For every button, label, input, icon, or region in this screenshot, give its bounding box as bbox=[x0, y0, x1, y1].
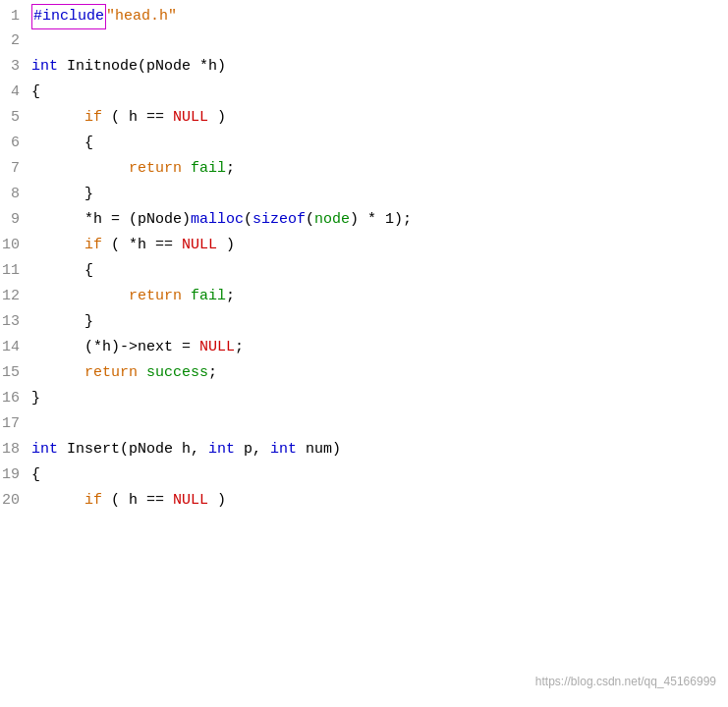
line-content-6: { bbox=[28, 132, 728, 155]
code-line-16: 16 } bbox=[0, 387, 728, 412]
line-num-13: 13 bbox=[0, 310, 28, 334]
kw-if-2: if bbox=[84, 237, 102, 253]
kw-null-4: NULL bbox=[173, 492, 208, 509]
line-content-15: return success; bbox=[28, 361, 728, 385]
code-line-8: 8 } bbox=[0, 183, 728, 208]
code-line-18: 18 int Insert(pNode h, int p, int num) bbox=[0, 438, 728, 463]
kw-success: success bbox=[146, 364, 208, 381]
kw-int-4: int bbox=[270, 441, 297, 458]
include-file: "head.h" bbox=[106, 8, 177, 25]
line-num-4: 4 bbox=[0, 81, 28, 104]
line-content-11: { bbox=[28, 259, 728, 283]
line-content-7: return fail; bbox=[28, 157, 728, 181]
code-line-19: 19 { bbox=[0, 463, 728, 489]
line-num-16: 16 bbox=[0, 387, 28, 410]
line-content-3: int Initnode(pNode *h) bbox=[28, 55, 728, 79]
watermark: https://blog.csdn.net/qq_45166999 bbox=[535, 673, 716, 691]
kw-null-3: NULL bbox=[199, 339, 235, 355]
line-num-14: 14 bbox=[0, 336, 28, 359]
line-content-1: #include"head.h" bbox=[28, 4, 728, 29]
line-content-17 bbox=[28, 412, 728, 436]
code-line-6: 6 { bbox=[0, 132, 728, 157]
kw-null-2: NULL bbox=[182, 237, 217, 253]
kw-fail-2: fail bbox=[191, 288, 226, 304]
line-num-1: 1 bbox=[0, 5, 28, 28]
line-content-10: if ( *h == NULL ) bbox=[28, 234, 728, 257]
line-num-2: 2 bbox=[0, 29, 28, 53]
line-content-2 bbox=[28, 29, 728, 53]
line-num-5: 5 bbox=[0, 106, 28, 130]
line-content-20: if ( h == NULL ) bbox=[28, 489, 728, 513]
line-content-19: { bbox=[28, 463, 728, 487]
line-num-10: 10 bbox=[0, 234, 28, 257]
kw-int-2: int bbox=[31, 441, 58, 458]
line-content-16: } bbox=[28, 387, 728, 410]
kw-return-2: return bbox=[129, 288, 182, 304]
line-content-9: *h = (pNode)malloc(sizeof(node) * 1); bbox=[28, 208, 728, 232]
kw-null-1: NULL bbox=[173, 109, 208, 126]
code-line-2: 2 bbox=[0, 29, 728, 55]
line-num-15: 15 bbox=[0, 361, 28, 385]
kw-return-3: return bbox=[84, 364, 138, 381]
kw-sizeof: sizeof bbox=[252, 211, 306, 228]
line-content-4: { bbox=[28, 81, 728, 104]
line-content-14: (*h)->next = NULL; bbox=[28, 336, 728, 359]
line-num-3: 3 bbox=[0, 55, 28, 79]
line-num-20: 20 bbox=[0, 489, 28, 513]
line-content-13: } bbox=[28, 310, 728, 334]
code-line-9: 9 *h = (pNode)malloc(sizeof(node) * 1); bbox=[0, 208, 728, 234]
kw-int-3: int bbox=[208, 441, 235, 458]
code-line-11: 11 { bbox=[0, 259, 728, 285]
code-line-5: 5 if ( h == NULL ) bbox=[0, 106, 728, 132]
kw-fail-1: fail bbox=[191, 160, 226, 177]
code-line-10: 10 if ( *h == NULL ) bbox=[0, 234, 728, 259]
kw-if-3: if bbox=[84, 492, 102, 509]
line-num-12: 12 bbox=[0, 285, 28, 308]
line-content-5: if ( h == NULL ) bbox=[28, 106, 728, 130]
line-num-7: 7 bbox=[0, 157, 28, 181]
code-line-15: 15 return success; bbox=[0, 361, 728, 387]
line-num-9: 9 bbox=[0, 208, 28, 232]
code-line-4: 4 { bbox=[0, 81, 728, 106]
code-line-12: 12 return fail; bbox=[0, 285, 728, 310]
kw-node: node bbox=[314, 211, 350, 228]
line-num-6: 6 bbox=[0, 132, 28, 155]
line-content-18: int Insert(pNode h, int p, int num) bbox=[28, 438, 728, 462]
kw-int-1: int bbox=[31, 58, 58, 75]
kw-return-1: return bbox=[129, 160, 182, 177]
line-num-17: 17 bbox=[0, 412, 28, 436]
line-content-12: return fail; bbox=[28, 285, 728, 308]
line-content-8: } bbox=[28, 183, 728, 206]
code-line-7: 7 return fail; bbox=[0, 157, 728, 183]
include-keyword: #include bbox=[31, 4, 106, 29]
line-num-8: 8 bbox=[0, 183, 28, 206]
code-line-1: 1 #include"head.h" bbox=[0, 4, 728, 29]
code-line-20: 20 if ( h == NULL ) bbox=[0, 489, 728, 515]
kw-malloc: malloc bbox=[191, 211, 244, 228]
code-line-3: 3 int Initnode(pNode *h) bbox=[0, 55, 728, 81]
line-num-19: 19 bbox=[0, 463, 28, 487]
line-num-18: 18 bbox=[0, 438, 28, 462]
code-line-13: 13 } bbox=[0, 310, 728, 336]
code-editor: 1 #include"head.h" 2 3 int Initnode(pNod… bbox=[0, 0, 728, 707]
kw-if-1: if bbox=[84, 109, 102, 126]
line-num-11: 11 bbox=[0, 259, 28, 283]
code-line-14: 14 (*h)->next = NULL; bbox=[0, 336, 728, 361]
code-line-17: 17 bbox=[0, 412, 728, 438]
